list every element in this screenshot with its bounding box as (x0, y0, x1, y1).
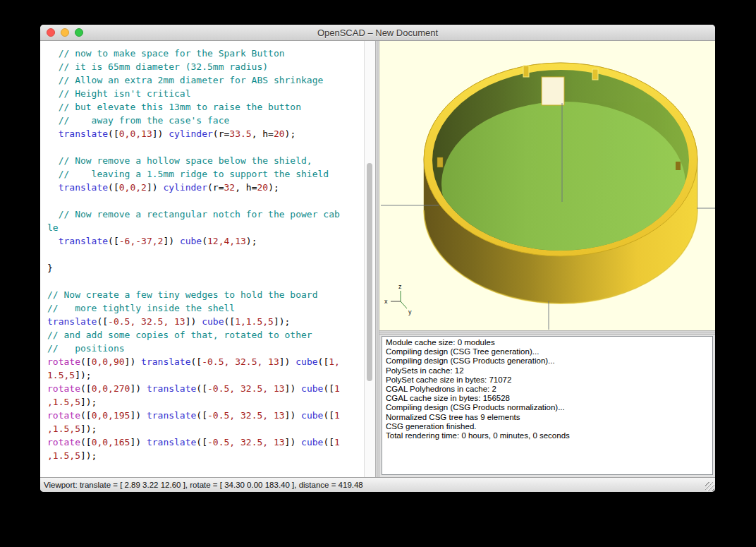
console-splitter[interactable] (379, 330, 715, 335)
console-log[interactable]: Module cache size: 0 modulesCompiling de… (382, 336, 713, 475)
code-line: translate([-6,-37,2]) cube(12,4,13); (47, 234, 364, 248)
3d-scene: z x y (379, 41, 715, 330)
main-area: // now to make space for the Spark Butto… (40, 41, 715, 477)
code-line: // Allow an extra 2mm diameter for ABS s… (47, 73, 364, 87)
right-pane: z x y Module cache size: 0 modulesCompil… (379, 41, 715, 477)
minimize-button[interactable] (61, 28, 69, 37)
window-title: OpenSCAD – New Document (317, 28, 438, 38)
editor-scrollbar (364, 41, 375, 477)
code-line: rotate([0,0,195]) translate([-0.5, 32.5,… (47, 409, 364, 422)
code-line: translate([0,0,13]) cylinder(r=33.5, h=2… (47, 127, 364, 140)
console-line: PolySet cache size in bytes: 71072 (386, 375, 709, 385)
console-line: CGAL Polyhedrons in cache: 2 (386, 385, 709, 394)
code-line: ,1.5,5]); (47, 395, 364, 409)
axis-label-y: y (408, 308, 412, 315)
code-line: // Height isn't critical (47, 87, 364, 100)
axis-indicator: z x y (384, 283, 412, 315)
console-line: PolySets in cache: 12 (386, 366, 709, 375)
resize-grip[interactable] (705, 482, 714, 491)
rim-notch-west (437, 157, 443, 167)
code-area[interactable]: // now to make space for the Spark Butto… (40, 41, 364, 477)
openscad-window: OpenSCAD – New Document // now to make s… (40, 25, 715, 492)
zoom-button[interactable] (75, 28, 83, 37)
3d-viewport[interactable]: z x y (379, 41, 715, 330)
close-button[interactable] (47, 28, 55, 37)
console-line: Normalized CSG tree has 9 elements (386, 413, 709, 422)
console-line: Total rendering time: 0 hours, 0 minutes… (386, 431, 709, 440)
code-line (47, 140, 364, 154)
console-line: Compiling design (CSG Tree generation)..… (386, 347, 709, 356)
viewport-status-text: Viewport: translate = [ 2.89 3.22 12.60 … (44, 481, 363, 489)
code-line: le (47, 221, 364, 234)
rim-notch-east (676, 162, 681, 170)
code-line: rotate([0,0,90]) translate([-0.5, 32.5, … (47, 355, 364, 368)
code-line: translate([0,0,2]) cylinder(r=32, h=20); (47, 181, 364, 194)
code-line: rotate([0,0,165]) translate([-0.5, 32.5,… (47, 435, 364, 449)
code-line (47, 275, 364, 288)
console-line: Module cache size: 0 modules (386, 338, 709, 347)
console-line: Compiling design (CSG Products normaliza… (386, 403, 709, 412)
code-line: } (47, 261, 364, 275)
editor-scrollbar-thumb[interactable] (367, 163, 372, 381)
code-line: // leaving a 1.5mm ridge to support the … (47, 167, 364, 181)
code-line (47, 248, 364, 261)
code-line (47, 194, 364, 208)
console-line: Compiling design (CSG Products generatio… (386, 356, 709, 366)
rim-tab-left (523, 66, 529, 77)
code-line: // Now create a few tiny wedges to hold … (47, 288, 364, 301)
code-line: // more tightly inside the shell (47, 301, 364, 315)
code-line: // but elevate this 13mm to raise the bu… (47, 100, 364, 114)
code-line: // away from the case's face (47, 114, 364, 127)
code-line: rotate([0,0,270]) translate([-0.5, 32.5,… (47, 382, 364, 395)
case-model (424, 63, 697, 303)
code-line: ,1.5,5]); (47, 449, 364, 462)
code-line: // Now remove a hollow space below the s… (47, 154, 364, 167)
console-line: CGAL cache size in bytes: 156528 (386, 394, 709, 403)
power-notch (542, 77, 564, 105)
code-line: ,1.5,5]); (47, 422, 364, 435)
status-bar: Viewport: translate = [ 2.89 3.22 12.60 … (40, 477, 715, 492)
title-bar[interactable]: OpenSCAD – New Document (40, 25, 715, 41)
code-line: // positions (47, 342, 364, 355)
code-line: // Now remove a rectangular notch for th… (47, 208, 364, 221)
console-line: CSG generation finished. (386, 422, 709, 431)
code-line: // now to make space for the Spark Butto… (47, 47, 364, 60)
rim-tab-right (592, 69, 598, 80)
code-line: // and add some copies of that, rotated … (47, 328, 364, 342)
axis-label-x: x (384, 298, 388, 305)
code-line: // it is 65mm diameter (32.5mm radius) (47, 60, 364, 73)
traffic-lights (47, 28, 83, 37)
code-editor-pane: // now to make space for the Spark Butto… (40, 41, 375, 477)
axis-label-z: z (398, 283, 402, 290)
code-line: 1.5,5]); (47, 368, 364, 382)
code-line: translate([-0.5, 32.5, 13]) cube([1,1.5,… (47, 315, 364, 328)
